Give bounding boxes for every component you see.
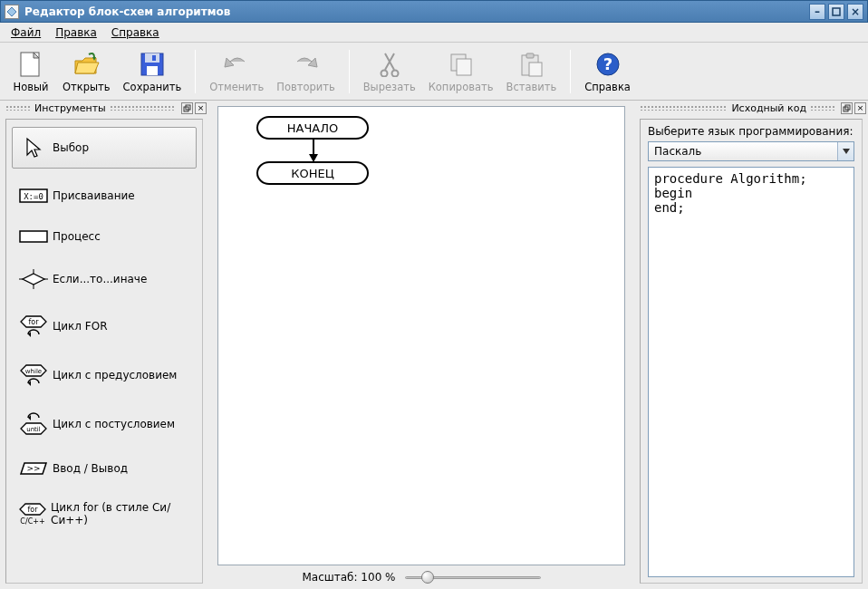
svg-rect-15 (529, 63, 542, 76)
svg-text:>>: >> (26, 464, 40, 473)
palette-label: Цикл с постусловием (53, 418, 175, 430)
close-window-button[interactable]: × (847, 4, 863, 20)
open-button[interactable]: Открыть (56, 47, 117, 96)
for-loop-icon: for (18, 314, 49, 338)
window-title: Редактор блок-схем алгоритмов (24, 5, 806, 18)
svg-marker-24 (23, 274, 44, 285)
palette-process[interactable]: Процесс (12, 223, 197, 250)
palette-label: Если...то...иначе (53, 273, 147, 285)
flow-arrow-icon (309, 140, 318, 162)
palette-label: Процесс (53, 230, 101, 243)
palette-label: Цикл for (в стиле Си/Си++) (51, 501, 190, 526)
help-icon: ? (593, 50, 622, 79)
menu-edit[interactable]: Правка (50, 24, 102, 41)
tools-panel-header: Инструменты × (0, 101, 208, 115)
paste-button[interactable]: Вставить (500, 47, 564, 96)
palette-label: Цикл FOR (53, 320, 108, 333)
svg-text:while: while (25, 368, 42, 375)
cut-icon (375, 50, 404, 79)
menu-help[interactable]: Справка (106, 24, 165, 41)
source-panel: Исходный код × Выберите язык программиро… (634, 101, 868, 589)
flow-end-node[interactable]: КОНЕЦ (256, 161, 369, 185)
palette-cfor[interactable]: forC/C++ Цикл for (в стиле Си/Си++) (12, 495, 197, 533)
svg-marker-0 (7, 7, 16, 16)
source-panel-header: Исходный код × (634, 101, 868, 115)
svg-rect-22 (20, 231, 47, 242)
redo-icon (291, 50, 320, 79)
main-area: Инструменты × Выбор X:=0 Присваивание (0, 101, 868, 589)
palette-assign[interactable]: X:=0 Присваивание (12, 181, 197, 210)
flow-start-node[interactable]: НАЧАЛО (256, 116, 369, 140)
menu-file[interactable]: Файл (5, 24, 46, 41)
palette-label: Цикл с предусловием (53, 369, 177, 381)
svg-rect-8 (152, 55, 156, 61)
svg-rect-7 (147, 66, 158, 75)
minimize-button[interactable]: – (809, 4, 825, 20)
new-button[interactable]: Новый (5, 47, 56, 96)
paste-icon (516, 50, 545, 79)
palette-until[interactable]: until Цикл с постусловием (12, 406, 197, 442)
tools-panel-undock-button[interactable] (181, 102, 193, 114)
svg-point-10 (391, 70, 398, 76)
svg-point-9 (381, 70, 387, 76)
redo-button[interactable]: Повторить (270, 47, 341, 96)
svg-text:for: for (28, 506, 39, 514)
toolbar-separator (349, 50, 350, 93)
palette-if-else[interactable]: Если...то...иначе (12, 263, 197, 295)
while-loop-icon: while (18, 363, 49, 387)
tools-palette: Выбор X:=0 Присваивание Процесс Если...т… (5, 119, 203, 584)
cfor-loop-icon: forC/C++ (18, 502, 47, 526)
zoom-slider[interactable] (405, 571, 541, 584)
svg-text:for: for (29, 318, 40, 326)
palette-for[interactable]: for Цикл FOR (12, 308, 197, 344)
toolbar-separator (570, 50, 571, 93)
svg-marker-46 (843, 149, 850, 154)
svg-text:until: until (26, 426, 41, 433)
source-panel-body: Выберите язык программирования: Паскаль … (640, 119, 863, 584)
undo-icon (222, 50, 251, 79)
tools-panel: Инструменты × Выбор X:=0 Присваивание (0, 101, 208, 589)
source-panel-close-button[interactable]: × (854, 102, 866, 114)
undo-button[interactable]: Отменить (203, 47, 270, 96)
flowchart-canvas[interactable]: НАЧАЛО КОНЕЦ (217, 106, 625, 565)
svg-rect-12 (457, 59, 471, 75)
save-button[interactable]: Сохранить (117, 47, 188, 96)
cut-button[interactable]: Вырезать (357, 47, 422, 96)
toolbar-separator (195, 50, 196, 93)
title-bar: Редактор блок-схем алгоритмов – × (0, 0, 868, 23)
file-new-icon (16, 50, 45, 79)
source-panel-undock-button[interactable] (841, 102, 853, 114)
tools-panel-title: Инструменты (34, 102, 106, 114)
zoom-bar: Масштаб: 100 % (208, 565, 634, 589)
svg-text:C/C++: C/C++ (20, 517, 44, 526)
source-panel-title: Исходный код (731, 102, 806, 114)
palette-label: Присваивание (53, 189, 135, 202)
maximize-button[interactable] (828, 4, 844, 20)
language-selected: Паскаль (649, 142, 837, 160)
svg-rect-14 (526, 53, 534, 58)
tools-panel-close-button[interactable]: × (195, 102, 207, 114)
copy-icon (447, 50, 476, 79)
main-toolbar: Новый Открыть Сохранить Отменить По (0, 43, 868, 101)
folder-open-icon (72, 50, 101, 79)
palette-io[interactable]: >> Ввод / Вывод (12, 455, 197, 482)
help-button[interactable]: ? Справка (578, 47, 637, 96)
palette-select[interactable]: Выбор (12, 127, 197, 169)
zoom-slider-thumb[interactable] (421, 571, 434, 584)
io-icon: >> (18, 461, 49, 476)
chevron-down-icon[interactable] (837, 142, 854, 160)
process-icon (18, 229, 49, 244)
source-code[interactable]: procedure Algorithm; begin end; (648, 167, 854, 577)
canvas-panel: НАЧАЛО КОНЕЦ Масштаб: 100 % (208, 101, 634, 589)
until-loop-icon: until (18, 412, 49, 436)
svg-text:?: ? (603, 54, 612, 73)
decision-icon (18, 269, 49, 289)
svg-text:X:=0: X:=0 (24, 192, 43, 201)
copy-button[interactable]: Копировать (422, 47, 500, 96)
zoom-label: Масштаб: 100 % (302, 571, 395, 584)
language-select[interactable]: Паскаль (648, 141, 854, 161)
palette-while[interactable]: while Цикл с предусловием (12, 357, 197, 393)
palette-label: Выбор (53, 141, 89, 154)
assign-icon: X:=0 (18, 188, 49, 204)
save-icon (138, 50, 167, 79)
